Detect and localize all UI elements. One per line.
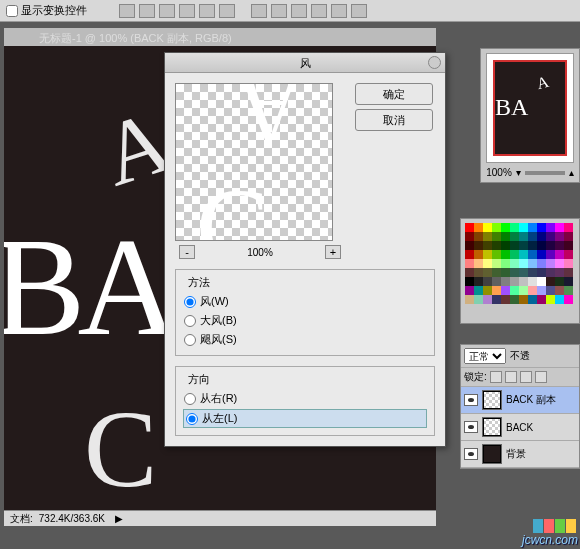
swatch[interactable] [501,241,510,250]
swatch[interactable] [492,241,501,250]
swatch[interactable] [555,268,564,277]
swatch[interactable] [519,241,528,250]
swatch[interactable] [510,223,519,232]
swatch[interactable] [474,277,483,286]
swatch[interactable] [483,223,492,232]
visibility-icon[interactable] [464,394,478,406]
swatch[interactable] [483,259,492,268]
distribute-icon[interactable] [331,4,347,18]
lock-all-icon[interactable] [535,371,547,383]
swatch[interactable] [555,295,564,304]
zoom-in-button[interactable]: + [325,245,341,259]
swatch[interactable] [483,268,492,277]
swatch[interactable] [546,232,555,241]
show-transform-controls-input[interactable] [6,5,18,17]
swatch[interactable] [528,286,537,295]
direction-option[interactable]: 从左(L) [184,410,426,427]
swatch[interactable] [564,277,573,286]
lock-pixels-icon[interactable] [505,371,517,383]
align-icon[interactable] [219,4,235,18]
layer-thumbnail[interactable] [482,417,502,437]
distribute-icon[interactable] [271,4,287,18]
swatch[interactable] [501,286,510,295]
swatch[interactable] [546,250,555,259]
distribute-icon[interactable] [251,4,267,18]
swatch[interactable] [528,241,537,250]
swatch[interactable] [564,250,573,259]
layer-thumbnail[interactable] [482,390,502,410]
visibility-icon[interactable] [464,421,478,433]
swatch[interactable] [555,241,564,250]
swatch[interactable] [474,268,483,277]
cancel-button[interactable]: 取消 [355,109,433,131]
show-transform-controls-checkbox[interactable]: 显示变换控件 [6,3,87,18]
swatch[interactable] [465,232,474,241]
swatch[interactable] [537,277,546,286]
blend-mode-select[interactable]: 正常 [464,348,506,364]
swatch[interactable] [492,295,501,304]
swatch[interactable] [483,286,492,295]
method-option[interactable]: 大风(B) [184,313,426,328]
direction-option[interactable]: 从右(R) [184,391,426,406]
swatch[interactable] [519,259,528,268]
swatch[interactable] [537,223,546,232]
swatch[interactable] [465,286,474,295]
swatch[interactable] [483,241,492,250]
swatch[interactable] [474,286,483,295]
layer-row[interactable]: 背景 [461,441,579,468]
ok-button[interactable]: 确定 [355,83,433,105]
swatch[interactable] [483,232,492,241]
swatch[interactable] [564,259,573,268]
swatch[interactable] [555,277,564,286]
swatch[interactable] [501,250,510,259]
zoom-slider[interactable] [525,171,565,175]
swatch[interactable] [501,295,510,304]
navigator-thumbnail[interactable]: A BA [486,53,574,163]
zoom-in-icon[interactable]: ▴ [569,167,574,178]
swatch[interactable] [555,250,564,259]
swatch[interactable] [555,232,564,241]
swatch[interactable] [474,250,483,259]
swatch[interactable] [546,241,555,250]
swatch[interactable] [492,259,501,268]
swatch[interactable] [465,259,474,268]
lock-position-icon[interactable] [520,371,532,383]
swatch[interactable] [537,232,546,241]
swatch[interactable] [546,295,555,304]
swatch[interactable] [501,259,510,268]
align-icon[interactable] [179,4,195,18]
swatch[interactable] [528,268,537,277]
swatch[interactable] [510,259,519,268]
distribute-icon[interactable] [311,4,327,18]
swatch[interactable] [501,277,510,286]
swatch[interactable] [519,295,528,304]
swatch[interactable] [510,268,519,277]
swatch[interactable] [465,268,474,277]
zoom-out-button[interactable]: - [179,245,195,259]
swatch[interactable] [501,223,510,232]
swatch[interactable] [519,286,528,295]
swatch[interactable] [474,295,483,304]
swatch[interactable] [519,223,528,232]
method-option[interactable]: 风(W) [184,294,426,309]
swatch[interactable] [564,286,573,295]
swatch[interactable] [537,250,546,259]
method-radio[interactable] [184,296,196,308]
swatch[interactable] [492,268,501,277]
swatch[interactable] [474,223,483,232]
swatch[interactable] [555,286,564,295]
lock-transparency-icon[interactable] [490,371,502,383]
swatch[interactable] [528,295,537,304]
method-radio[interactable] [184,315,196,327]
direction-radio[interactable] [186,413,198,425]
swatch[interactable] [483,295,492,304]
swatch[interactable] [537,268,546,277]
visibility-icon[interactable] [464,448,478,460]
swatch[interactable] [492,286,501,295]
swatch[interactable] [474,259,483,268]
swatch[interactable] [546,277,555,286]
swatch[interactable] [465,223,474,232]
swatch[interactable] [465,241,474,250]
swatch[interactable] [537,295,546,304]
swatch[interactable] [474,232,483,241]
